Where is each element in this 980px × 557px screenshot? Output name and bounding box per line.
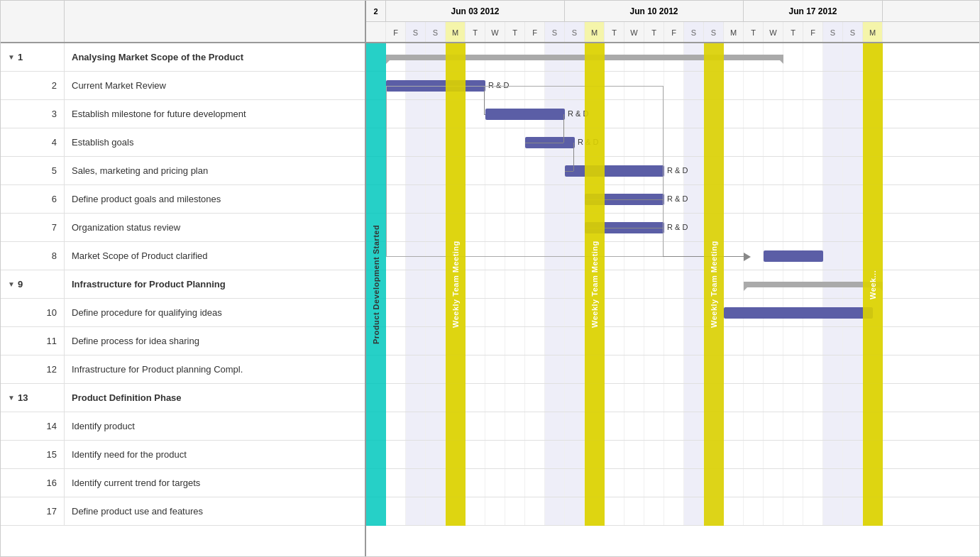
- gantt-col: [664, 100, 684, 128]
- gantt-col: [525, 214, 545, 241]
- bracket-line: [386, 86, 387, 256]
- gantt-col: [466, 270, 485, 298]
- gantt-col: [863, 128, 883, 156]
- gantt-col: [823, 412, 843, 440]
- gantt-col: [704, 327, 724, 355]
- day-cell: S: [545, 22, 565, 43]
- gantt-col: [684, 270, 704, 298]
- gantt-col: [585, 469, 605, 497]
- gantt-col: [624, 469, 644, 497]
- gantt-col: [545, 157, 565, 184]
- day-cell: S: [823, 22, 843, 43]
- gantt-col: [386, 100, 406, 128]
- gantt-col: [624, 299, 644, 326]
- gantt-grid-row: [366, 270, 979, 299]
- task-list-rows[interactable]: ▼ 1Analysing Market Scope of the Product…: [1, 43, 365, 556]
- gantt-col: [764, 327, 783, 355]
- gantt-col: [803, 355, 823, 383]
- gantt-col: [485, 497, 505, 525]
- task-row: 17Define product use and features: [1, 497, 365, 526]
- gantt-col: [863, 43, 883, 71]
- day-cell: S: [704, 22, 724, 43]
- gantt-col: [684, 100, 704, 128]
- task-row: 15Identify need for the product: [1, 441, 365, 469]
- day-cell: T: [605, 22, 624, 43]
- gantt-col: [644, 384, 664, 412]
- gantt-col: [724, 128, 744, 156]
- bar-label: R & D: [578, 138, 598, 146]
- gantt-col: [684, 128, 704, 156]
- gantt-col: [406, 469, 426, 497]
- expand-icon[interactable]: ▼: [8, 280, 15, 288]
- task-id-cell: 17: [1, 497, 65, 525]
- gantt-col: [704, 214, 724, 241]
- gantt-col: [664, 355, 684, 383]
- gantt-col: [843, 242, 863, 270]
- gantt-col: [366, 384, 386, 412]
- task-name-cell: Infrastructure for Product Planning: [65, 279, 365, 289]
- gantt-col: [605, 299, 624, 326]
- gantt-col: [485, 185, 505, 213]
- gantt-col: [565, 355, 585, 383]
- gantt-col: [525, 299, 545, 326]
- bracket-line: [386, 256, 663, 257]
- gantt-col: [446, 299, 466, 326]
- bar-label: R & D: [667, 166, 688, 175]
- gantt-col: [803, 327, 823, 355]
- gantt-col: [664, 497, 684, 525]
- expand-icon[interactable]: ▼: [8, 394, 15, 402]
- gantt-bar: [724, 307, 873, 319]
- gantt-col: [684, 412, 704, 440]
- gantt-col: [863, 384, 883, 412]
- gantt-col: [505, 299, 525, 326]
- gantt-col: [863, 100, 883, 128]
- gantt-col: [744, 355, 764, 383]
- task-row: 3Establish milestone for future developm…: [1, 100, 365, 128]
- task-name-cell: Define process for idea sharing: [65, 336, 365, 346]
- task-row: 2Current Market Review: [1, 72, 365, 100]
- task-list-header: [1, 1, 365, 43]
- gantt-col: [624, 270, 644, 298]
- gantt-grid-row: [366, 497, 979, 526]
- gantt-col: [764, 100, 783, 128]
- gantt-col: [744, 72, 764, 99]
- gantt-col: [764, 72, 783, 99]
- day-cell: T: [783, 22, 803, 43]
- task-name-cell: Identify need for the product: [65, 449, 365, 460]
- gantt-col: [505, 157, 525, 184]
- gantt-col: [426, 157, 446, 184]
- gantt-col: [744, 441, 764, 468]
- gantt-col: [783, 327, 803, 355]
- task-row: 16Identify current trend for targets: [1, 469, 365, 497]
- gantt-col: [386, 185, 406, 213]
- gantt-col: [863, 469, 883, 497]
- gantt-col: [704, 441, 724, 468]
- task-name-cell: Define product use and features: [65, 506, 365, 517]
- gantt-col: [803, 157, 823, 184]
- gantt-col: [525, 157, 545, 184]
- summary-bar: [386, 55, 783, 60]
- day-cell: W: [764, 22, 783, 43]
- gantt-col: [823, 327, 843, 355]
- date-group: Jun 17 2012: [744, 1, 883, 21]
- task-id-cell: ▼ 1: [1, 43, 65, 71]
- gantt-col: [823, 355, 843, 383]
- gantt-col: [446, 128, 466, 156]
- gantt-col: [823, 441, 843, 468]
- gantt-col: [823, 157, 843, 184]
- gantt-col: [724, 355, 744, 383]
- gantt-col: [803, 469, 823, 497]
- gantt-col: [724, 270, 744, 298]
- gantt-col: [446, 214, 466, 241]
- task-row: 8Market Scope of Product clarified: [1, 242, 365, 270]
- gantt-col: [664, 128, 684, 156]
- gantt-col: [545, 355, 565, 383]
- gantt-col: [644, 327, 664, 355]
- day-cell: S: [684, 22, 704, 43]
- expand-icon[interactable]: ▼: [8, 53, 15, 61]
- gantt-col: [863, 185, 883, 213]
- task-row: 7Organization status review: [1, 214, 365, 242]
- gantt-chart: ▼ 1Analysing Market Scope of the Product…: [0, 0, 980, 557]
- date-group: Jun 03 2012: [386, 1, 565, 21]
- gantt-col: [684, 497, 704, 525]
